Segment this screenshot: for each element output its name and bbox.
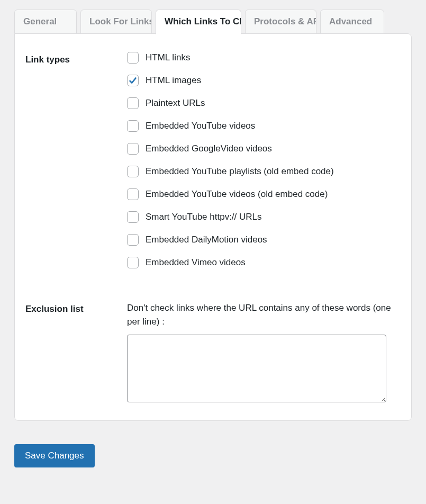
checkbox-row[interactable]: Embedded DailyMotion videos bbox=[127, 234, 401, 246]
checkbox-icon[interactable] bbox=[127, 97, 139, 109]
checkbox-row[interactable]: HTML images bbox=[127, 75, 401, 86]
checkbox-icon[interactable] bbox=[127, 166, 139, 177]
checkbox-icon[interactable] bbox=[127, 257, 139, 268]
checkbox-row[interactable]: Smart YouTube httpv:// URLs bbox=[127, 211, 401, 223]
checkbox-icon[interactable] bbox=[127, 188, 139, 200]
checkbox-icon[interactable] bbox=[127, 75, 139, 86]
checkbox-label: Embedded Vimeo videos bbox=[146, 257, 246, 268]
checkbox-icon[interactable] bbox=[127, 211, 139, 223]
checkbox-icon[interactable] bbox=[127, 52, 139, 64]
checkbox-icon[interactable] bbox=[127, 234, 139, 246]
checkbox-row[interactable]: Embedded YouTube videos (old embed code) bbox=[127, 188, 401, 200]
exclusion-list-label: Exclusion list bbox=[25, 301, 127, 314]
exclusion-list-description: Don't check links where the URL contains… bbox=[127, 301, 401, 329]
settings-panel: Link types HTML linksHTML imagesPlaintex… bbox=[14, 33, 412, 421]
link-types-label: Link types bbox=[25, 52, 127, 65]
tab-general[interactable]: General bbox=[14, 10, 77, 34]
exclusion-list-textarea[interactable] bbox=[127, 335, 386, 402]
checkbox-label: Embedded YouTube playlists (old embed co… bbox=[146, 166, 334, 177]
tab-protocols-apis[interactable]: Protocols & APIs bbox=[245, 10, 316, 34]
checkbox-label: Smart YouTube httpv:// URLs bbox=[146, 212, 262, 222]
checkbox-icon[interactable] bbox=[127, 120, 139, 132]
checkbox-row[interactable]: Plaintext URLs bbox=[127, 97, 401, 109]
checkbox-label: HTML links bbox=[146, 52, 190, 63]
link-types-options: HTML linksHTML imagesPlaintext URLsEmbed… bbox=[127, 52, 401, 268]
checkbox-row[interactable]: Embedded YouTube playlists (old embed co… bbox=[127, 166, 401, 177]
tabs-bar: General Look For Links In Which Links To… bbox=[14, 10, 412, 34]
link-types-row: Link types HTML linksHTML imagesPlaintex… bbox=[25, 52, 401, 268]
exclusion-list-content: Don't check links where the URL contains… bbox=[127, 301, 401, 404]
checkbox-row[interactable]: Embedded YouTube videos bbox=[127, 120, 401, 132]
checkbox-row[interactable]: HTML links bbox=[127, 52, 401, 64]
exclusion-list-row: Exclusion list Don't check links where t… bbox=[25, 301, 401, 404]
save-button[interactable]: Save Changes bbox=[14, 444, 95, 467]
tab-which-links-to-check[interactable]: Which Links To Check bbox=[156, 10, 241, 34]
checkbox-row[interactable]: Embedded Vimeo videos bbox=[127, 257, 401, 268]
checkbox-label: Embedded YouTube videos bbox=[146, 121, 255, 131]
checkbox-label: Plaintext URLs bbox=[146, 98, 205, 109]
checkbox-label: Embedded DailyMotion videos bbox=[146, 235, 267, 245]
tab-advanced[interactable]: Advanced bbox=[320, 10, 384, 34]
checkbox-row[interactable]: Embedded GoogleVideo videos bbox=[127, 143, 401, 155]
checkbox-label: Embedded YouTube videos (old embed code) bbox=[146, 189, 328, 200]
checkbox-label: Embedded GoogleVideo videos bbox=[146, 143, 272, 154]
checkbox-label: HTML images bbox=[146, 75, 201, 86]
checkbox-icon[interactable] bbox=[127, 143, 139, 155]
tab-look-for-links[interactable]: Look For Links In bbox=[80, 10, 152, 34]
